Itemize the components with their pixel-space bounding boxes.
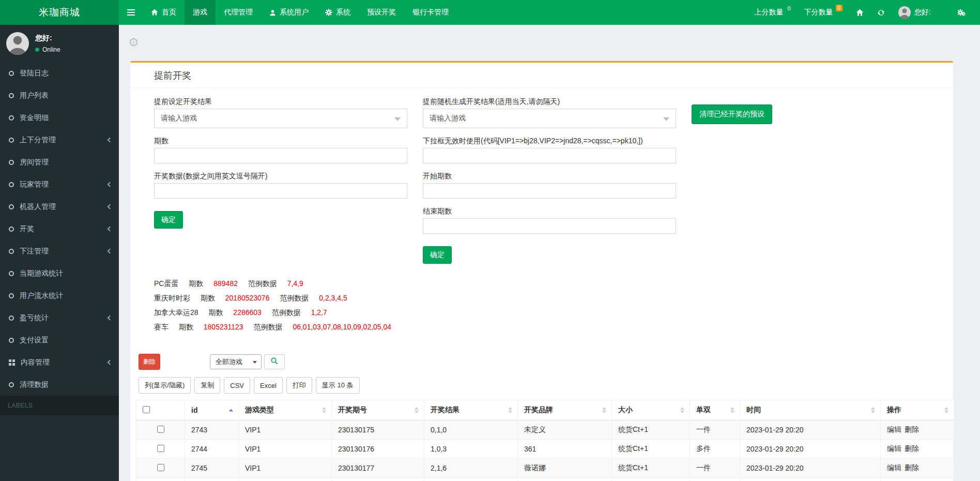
game-select[interactable]: 请输入游戏 — [154, 109, 407, 128]
end-period-label: 结束期数 — [423, 207, 676, 216]
search-icon — [270, 357, 279, 367]
nav-item-preset-draw[interactable]: 预设开奖 — [359, 0, 404, 25]
search-button[interactable] — [264, 354, 285, 369]
up-score-link[interactable]: 上分数量0 — [747, 8, 797, 17]
delete-link[interactable]: 删除 — [905, 444, 919, 453]
sidebar-item-user-list[interactable]: 用户列表 — [0, 84, 119, 107]
sidebar-item-room-mgmt[interactable]: 房间管理 — [0, 151, 119, 173]
delete-link[interactable]: 删除 — [905, 425, 919, 433]
dashboard-hex-icon[interactable] — [129, 38, 138, 48]
sidebar-greeting: 您好: — [35, 34, 60, 43]
print-button[interactable]: 打印 — [286, 377, 312, 394]
nav-item-home[interactable]: 首页 — [143, 0, 185, 25]
caret-down-icon — [394, 117, 401, 121]
edit-link[interactable]: 编辑 — [887, 463, 901, 472]
clear-drawn-presets-button[interactable]: 清理已经开奖的预设 — [692, 104, 772, 124]
column-header-game-type[interactable]: 游戏类型 — [239, 400, 332, 420]
period-input[interactable] — [154, 148, 407, 163]
nav-item-system[interactable]: 系统 — [317, 0, 359, 25]
sidebar-section-header: LABELS — [0, 396, 119, 415]
copy-button[interactable]: 复制 — [194, 377, 220, 394]
nav-item-system-users[interactable]: 系统用户 — [261, 0, 317, 25]
edit-link[interactable]: 编辑 — [887, 444, 901, 453]
sidebar-item-robot-mgmt[interactable]: 机器人管理 — [0, 196, 119, 218]
delete-link[interactable]: 删除 — [905, 463, 919, 472]
sidebar-item-player-mgmt[interactable]: 玩家管理 — [0, 173, 119, 196]
draw-data-label: 开奖数据(数据之间用英文逗号隔开) — [154, 172, 407, 181]
circle-icon — [9, 204, 14, 209]
columns-visibility-button[interactable]: 列(显示/隐藏) — [139, 377, 191, 394]
sidebar-item-clean-data[interactable]: 清理数据 — [0, 373, 119, 396]
row-checkbox[interactable] — [157, 426, 164, 433]
period-label: 期数 — [154, 137, 407, 145]
clear-preset-column: 清理已经开奖的预设 — [692, 97, 935, 264]
column-header-id[interactable]: id — [185, 400, 239, 420]
settings-button[interactable] — [951, 8, 973, 17]
panel-header: 提前开奖 — [130, 63, 953, 88]
csv-button[interactable]: CSV — [224, 377, 250, 394]
sidebar-item-score-mgmt[interactable]: 上下分管理 — [0, 129, 119, 151]
sidebar: 您好: Online 登陆日志 用户列表 资金明细 上下分管理 房间管理 玩家管… — [0, 25, 119, 481]
home-shortcut-button[interactable] — [849, 9, 870, 17]
circle-icon — [9, 227, 14, 232]
select-all-checkbox[interactable] — [143, 406, 150, 413]
sidebar-toggle-button[interactable] — [119, 0, 143, 25]
user-menu[interactable]: 您好: — [892, 6, 938, 19]
row-checkbox[interactable] — [157, 464, 164, 471]
sort-icon — [602, 407, 606, 413]
circle-icon — [9, 249, 14, 254]
column-header-draw-result[interactable]: 开奖结果 — [424, 400, 518, 420]
online-status: Online — [35, 46, 60, 53]
edit-link[interactable]: 编辑 — [887, 425, 901, 433]
table-toolbar: 列(显示/隐藏) 复制 CSV Excel 打印 显示 10 条 — [136, 370, 947, 400]
sidebar-item-user-flow-stats[interactable]: 用户流水统计 — [0, 284, 119, 307]
sidebar-item-content-mgmt[interactable]: 内容管理 — [0, 351, 119, 373]
column-header-actions[interactable]: 操作 — [881, 400, 954, 420]
preset-draw-panel: 提前开奖 提前设定开奖结果 请输入游戏 期数 开奖数据(数据之间用英文逗号隔开)… — [130, 61, 953, 481]
chevron-left-icon — [108, 182, 113, 187]
avatar — [6, 32, 29, 55]
example-line: 赛车 期数 1805231123 范例数据 06,01,03,07,08,10,… — [154, 320, 929, 334]
sidebar-item-draw[interactable]: 开奖 — [0, 218, 119, 240]
confirm-button[interactable]: 确定 — [423, 246, 452, 264]
code-input[interactable] — [423, 148, 676, 163]
page-length-button[interactable]: 显示 10 条 — [316, 377, 360, 394]
draw-data-input[interactable] — [154, 183, 407, 199]
down-score-link[interactable]: 下分数量0 — [798, 8, 850, 17]
sidebar-item-payment-settings[interactable]: 支付设置 — [0, 329, 119, 351]
chevron-left-icon — [108, 138, 113, 143]
sort-icon — [944, 407, 948, 413]
column-header-brand[interactable]: 开奖品牌 — [518, 400, 612, 420]
nav-item-agents[interactable]: 代理管理 — [216, 0, 261, 25]
column-header-size[interactable]: 大小 — [612, 400, 690, 420]
row-checkbox[interactable] — [157, 445, 164, 452]
nav-item-games[interactable]: 游戏 — [185, 0, 216, 25]
sidebar-item-bet-mgmt[interactable]: 下注管理 — [0, 240, 119, 262]
sidebar-item-profit-stats[interactable]: 盈亏统计 — [0, 307, 119, 329]
sidebar-item-fund-detail[interactable]: 资金明细 — [0, 107, 119, 129]
sidebar-item-login-log[interactable]: 登陆日志 — [0, 62, 119, 84]
sort-asc-icon — [229, 409, 233, 412]
nav-item-bankcards[interactable]: 银行卡管理 — [404, 0, 457, 25]
sort-icon — [508, 407, 512, 413]
game-filter-select[interactable]: 全部游戏 — [210, 354, 262, 369]
brand-logo[interactable]: 米珈商城 — [0, 0, 119, 25]
content-wrapper: 提前开奖 提前设定开奖结果 请输入游戏 期数 开奖数据(数据之间用英文逗号隔开)… — [119, 0, 980, 481]
column-header-time[interactable]: 时间 — [740, 400, 881, 420]
chevron-left-icon — [108, 204, 113, 209]
table-row: 2743 VIP1 230130175 0,1,0 未定义 统货Ct+1 一件 … — [136, 420, 954, 440]
chevron-left-icon — [108, 227, 113, 232]
start-period-input[interactable] — [423, 183, 676, 199]
refresh-button[interactable] — [870, 9, 892, 17]
end-period-input[interactable] — [423, 218, 676, 234]
chevron-left-icon — [108, 315, 113, 321]
sidebar-item-current-game-stats[interactable]: 当期游戏统计 — [0, 262, 119, 284]
game-select[interactable]: 请输入游戏 — [423, 109, 676, 128]
column-header-draw-period[interactable]: 开奖期号 — [332, 400, 424, 420]
confirm-button[interactable]: 确定 — [154, 211, 183, 229]
excel-button[interactable]: Excel — [254, 377, 283, 394]
game-filter-group: 全部游戏 — [210, 354, 285, 369]
chevron-left-icon — [108, 249, 113, 254]
delete-button[interactable]: 删除 — [139, 354, 160, 370]
column-header-odd-even[interactable]: 单双 — [690, 400, 740, 420]
